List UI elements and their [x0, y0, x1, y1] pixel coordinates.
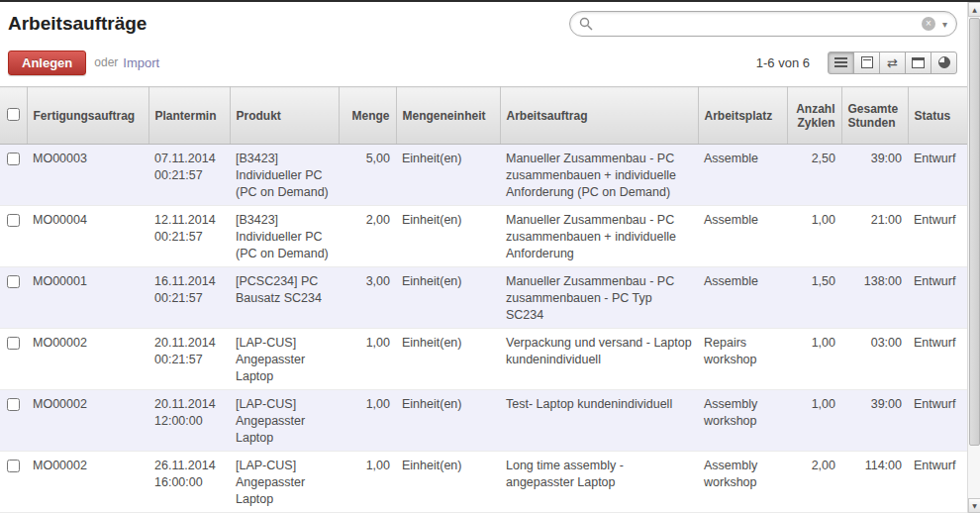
cell-arbeitsauftrag: Long time assembly - angepasster Laptop — [500, 452, 698, 513]
plan-time: 00:21:57 — [154, 229, 224, 246]
pager-text: 1-6 von 6 — [756, 55, 810, 70]
search-input[interactable] — [599, 17, 922, 32]
column-header-arbeitsauftrag[interactable]: Arbeitsauftrag — [500, 87, 698, 145]
cell-status: Entwurf — [908, 452, 967, 513]
cell-select — [0, 145, 27, 206]
plan-time: 12:00:00 — [154, 413, 224, 430]
cell-anzahl-zyklen: 1,00 — [787, 206, 841, 267]
cell-plantermin: 12.11.2014 00:21:57 — [148, 206, 230, 267]
column-header-anzahl-zyklen[interactable]: Anzahl Zyklen — [787, 87, 841, 145]
cell-menge: 1,00 — [339, 390, 396, 452]
cell-arbeitsauftrag: Manueller Zusammenbau - PC zusammenbauen… — [500, 145, 698, 206]
cell-arbeitsplatz: Assembly workshop — [698, 390, 787, 452]
cell-arbeitsplatz: Assembly workshop — [698, 452, 787, 513]
plan-time: 00:21:57 — [154, 352, 224, 368]
column-header-gesamte-stunden[interactable]: Gesamte Stunden — [841, 87, 908, 145]
cell-produkt: [PCSC234] PC Bausatz SC234 — [230, 267, 339, 329]
cell-gesamte-stunden: 21:00 — [841, 206, 908, 267]
row-checkbox[interactable] — [7, 275, 20, 288]
cell-fertigungsauftrag: MO00002 — [27, 329, 148, 390]
cell-arbeitsauftrag: Verpackung und versand - Laptop kundenin… — [500, 329, 698, 390]
cell-produkt: [LAP-CUS] Angepasster Laptop — [230, 390, 339, 452]
cell-arbeitsplatz: Repairs workshop — [698, 329, 787, 390]
cell-gesamte-stunden: 39:00 — [841, 390, 908, 452]
row-checkbox[interactable] — [7, 398, 20, 411]
cell-status: Entwurf — [908, 145, 967, 206]
plan-date: 16.11.2014 — [154, 273, 224, 290]
row-checkbox[interactable] — [7, 337, 20, 350]
plan-date: 26.11.2014 — [154, 458, 224, 474]
import-link[interactable]: Import — [123, 55, 159, 70]
cell-mengeneinheit: Einheit(en) — [396, 329, 500, 390]
select-all-checkbox[interactable] — [7, 108, 20, 121]
row-checkbox[interactable] — [7, 460, 20, 472]
search-dropdown-icon[interactable]: ▾ — [942, 19, 947, 30]
cell-anzahl-zyklen: 1,00 — [787, 390, 841, 452]
plan-date: 20.11.2014 — [154, 396, 224, 413]
calendar-view-button[interactable] — [905, 51, 931, 74]
search-box[interactable]: × ▾ — [569, 11, 957, 37]
table-row[interactable]: MO00004 12.11.2014 00:21:57 [B3423] Indi… — [0, 206, 967, 267]
cell-arbeitsplatz: Assemble — [698, 145, 787, 206]
cell-plantermin: 07.11.2014 00:21:57 — [148, 145, 230, 206]
column-header-mengeneinheit[interactable]: Mengeneinheit — [396, 87, 500, 145]
cell-gesamte-stunden: 114:00 — [841, 452, 908, 513]
column-header-arbeitsplatz[interactable]: Arbeitsplatz — [698, 87, 787, 145]
row-checkbox[interactable] — [7, 153, 20, 165]
cell-menge: 1,00 — [339, 329, 396, 390]
table-body: MO00003 07.11.2014 00:21:57 [B3423] Indi… — [0, 145, 967, 513]
top-divider — [0, 0, 980, 2]
cell-produkt: [B3423] Individueller PC (PC on Demand) — [230, 145, 339, 206]
kanban-view-icon — [938, 56, 950, 68]
calendar-view-icon — [912, 57, 925, 68]
table-row[interactable]: MO00003 07.11.2014 00:21:57 [B3423] Indi… — [0, 145, 967, 206]
view-switcher: ⇄ — [828, 51, 957, 74]
column-header-plantermin[interactable]: Plantermin — [148, 87, 230, 145]
toolbar-right: 1-6 von 6 ⇄ — [756, 51, 957, 74]
cell-gesamte-stunden: 03:00 — [841, 329, 908, 390]
column-header-fertigungsauftrag[interactable]: Fertigungsauftrag — [27, 87, 148, 145]
gantt-view-button[interactable]: ⇄ — [879, 51, 906, 74]
cell-select — [0, 206, 27, 267]
scrollbar-thumb[interactable] — [969, 18, 980, 446]
work-orders-table: Fertigungsauftrag Plantermin Produkt Men… — [0, 86, 967, 513]
table-row[interactable]: MO00002 20.11.2014 12:00:00 [LAP-CUS] An… — [0, 390, 967, 452]
form-view-icon — [861, 56, 873, 68]
cell-menge: 1,00 — [339, 452, 396, 513]
main-content: Arbeitsaufträge × ▾ Anlegen oder Import … — [0, 2, 967, 513]
select-all-cell — [0, 87, 27, 145]
cell-plantermin: 26.11.2014 16:00:00 — [148, 452, 230, 513]
cell-select — [0, 329, 27, 390]
table-header: Fertigungsauftrag Plantermin Produkt Men… — [0, 87, 967, 145]
create-button[interactable]: Anlegen — [8, 51, 86, 75]
cell-arbeitsplatz: Assemble — [698, 206, 787, 267]
row-checkbox[interactable] — [7, 214, 20, 227]
cell-arbeitsauftrag: Test- Laptop kundenindividuell — [500, 390, 698, 452]
column-header-produkt[interactable]: Produkt — [230, 87, 339, 145]
list-view-button[interactable] — [828, 51, 854, 74]
cell-produkt: [B3423] Individueller PC (PC on Demand) — [230, 206, 339, 267]
column-header-menge[interactable]: Menge — [339, 87, 396, 145]
cell-anzahl-zyklen: 1,50 — [787, 267, 841, 329]
table-row[interactable]: MO00002 26.11.2014 16:00:00 [LAP-CUS] An… — [0, 452, 967, 513]
cell-status: Entwurf — [908, 329, 967, 390]
cell-mengeneinheit: Einheit(en) — [396, 145, 500, 206]
plan-date: 07.11.2014 — [154, 151, 224, 167]
column-header-status[interactable]: Status — [908, 87, 967, 145]
table-row[interactable]: MO00002 20.11.2014 00:21:57 [LAP-CUS] An… — [0, 329, 967, 390]
cell-arbeitsplatz: Assemble — [698, 267, 787, 329]
plan-time: 00:21:57 — [154, 167, 224, 184]
cell-status: Entwurf — [908, 267, 967, 329]
scroll-down-button[interactable]: ▼ — [968, 498, 980, 513]
toolbar: Anlegen oder Import 1-6 von 6 ⇄ — [0, 43, 967, 86]
vertical-scrollbar[interactable]: ▲ ▼ — [967, 2, 980, 513]
form-view-button[interactable] — [853, 51, 880, 74]
scroll-up-button[interactable]: ▲ — [968, 2, 980, 17]
cell-gesamte-stunden: 39:00 — [841, 145, 908, 206]
clear-search-icon[interactable]: × — [922, 17, 935, 31]
cell-mengeneinheit: Einheit(en) — [396, 452, 500, 513]
cell-anzahl-zyklen: 1,00 — [787, 329, 841, 390]
kanban-view-button[interactable] — [931, 51, 957, 74]
cell-mengeneinheit: Einheit(en) — [396, 390, 500, 452]
table-row[interactable]: MO00001 16.11.2014 00:21:57 [PCSC234] PC… — [0, 267, 967, 329]
